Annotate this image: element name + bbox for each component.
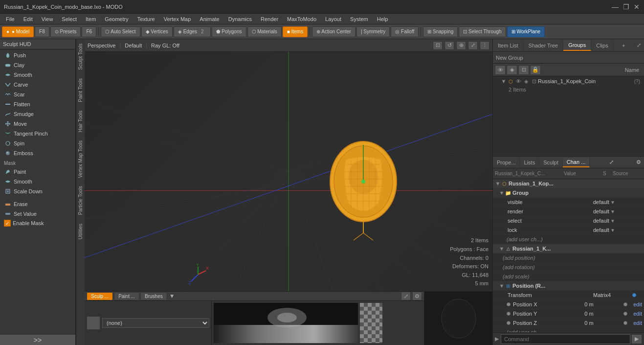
minimize-button[interactable]: — [612, 3, 619, 10]
polygons-button[interactable]: ⬟ Polygons [212, 26, 246, 37]
menu-help[interactable]: Help [373, 15, 392, 23]
enable-mask-row[interactable]: ✓ Enable Mask [0, 219, 75, 228]
tool-smudge[interactable]: Smudge [0, 109, 75, 119]
viewport-zoom-button[interactable]: ⊕ [456, 41, 466, 50]
symmetry-button[interactable]: | Symmetry [356, 26, 390, 37]
right-tb-select-button[interactable]: ⊡ [518, 65, 529, 75]
bottom-expand-button[interactable]: ⤢ [401, 292, 411, 300]
menu-edit[interactable]: Edit [20, 15, 37, 23]
tree-row-main[interactable]: ▼ ⬡ 👁 ◈ ⊡ Russian_1_Kopek_Coin (?) [493, 76, 644, 86]
ptab-expand[interactable]: ⤢ [606, 159, 617, 165]
enable-mask-checkbox[interactable]: ✓ [4, 220, 11, 227]
menu-animate[interactable]: Animate [196, 15, 223, 23]
menu-geometry[interactable]: Geometry [101, 15, 132, 23]
menu-dynamics[interactable]: Dynamics [224, 15, 256, 23]
tree-eye-1[interactable]: 👁 [514, 77, 522, 85]
ptab-lists[interactable]: Lists [520, 158, 540, 167]
prop-select-value[interactable]: default ▼ [593, 218, 632, 224]
right-tb-lock-button[interactable]: 🔒 [530, 65, 541, 75]
vert-tab-vertex-map-tools[interactable]: Vertex Map Tools [76, 136, 85, 182]
prop-select[interactable]: select default ▼ [493, 216, 644, 226]
menu-layout[interactable]: Layout [321, 15, 345, 23]
menu-item[interactable]: Item [82, 15, 100, 23]
menu-view[interactable]: View [38, 15, 57, 23]
tree-select-1[interactable]: ⊡ [530, 77, 538, 85]
ptab-settings[interactable]: ⚙ [633, 159, 644, 165]
prop-position-y[interactable]: Position Y 0 m edit [493, 309, 644, 319]
prop-visible[interactable]: visible default ▼ [493, 198, 644, 207]
maximize-button[interactable]: ❐ [622, 3, 629, 10]
edges-button[interactable]: ◈ Edges 2 [174, 26, 211, 37]
viewport-expand-button[interactable]: ⤢ [468, 41, 478, 50]
prop-lock[interactable]: lock default ▼ [493, 226, 644, 235]
prop-add-user-ch-2[interactable]: (add user ch... [493, 328, 644, 332]
rtab-item-list[interactable]: Item List [493, 41, 524, 50]
menu-maxtomode[interactable]: MaxToModo [283, 15, 320, 23]
sculpt-tab[interactable]: Sculp ... [87, 292, 113, 300]
rtab-groups[interactable]: Groups [563, 40, 591, 51]
command-input[interactable] [501, 334, 630, 344]
viewport-settings-button[interactable]: ⋮ [480, 41, 489, 50]
tool-erase[interactable]: Erase [0, 199, 75, 209]
prop-add-position[interactable]: (add position) [493, 253, 644, 263]
tool-smooth[interactable]: Smooth [0, 70, 75, 80]
menu-select[interactable]: Select [58, 15, 81, 23]
tool-set-value[interactable]: Set Value [0, 209, 75, 219]
prop-render[interactable]: render default ▼ [493, 207, 644, 216]
prop-transform-row-1[interactable]: Transform Matrix4 [493, 291, 644, 300]
tool-flatten[interactable]: Flatten [0, 99, 75, 109]
brushes-dropdown[interactable]: ▼ [169, 293, 175, 299]
prop-render-value[interactable]: default ▼ [593, 208, 632, 214]
preset-dropdown[interactable]: (none) [102, 318, 209, 328]
prop-add-rotation[interactable]: (add rotation) [493, 263, 644, 272]
menu-texture[interactable]: Texture [133, 15, 159, 23]
right-tb-eye-button[interactable]: 👁 [495, 65, 506, 75]
tool-paint-mask[interactable]: Paint [0, 167, 75, 177]
tool-smooth-mask[interactable]: Smooth [0, 177, 75, 186]
select-through-button[interactable]: ⊡ Select Through [459, 26, 506, 37]
right-tb-render-button[interactable]: ◈ [507, 65, 517, 75]
vertices-button[interactable]: ◆ Vertices [141, 26, 173, 37]
tool-emboss[interactable]: Emboss [0, 148, 75, 158]
prop-subsection-position[interactable]: ▼ ⊞ Position (R... [493, 281, 644, 291]
workplane-button[interactable]: ⊞ WorkPlane [507, 26, 545, 37]
tool-carve[interactable]: Carve [0, 80, 75, 90]
close-button[interactable]: ✕ [633, 3, 640, 10]
tool-scar[interactable]: Scar [0, 90, 75, 99]
new-group-button[interactable]: New Group [493, 52, 644, 64]
tool-move[interactable]: Move [0, 119, 75, 129]
prop-group-row[interactable]: ▼ 📁 Group [493, 188, 644, 198]
rtab-fullscreen-button[interactable]: ⤢ [634, 42, 644, 48]
prop-position-x-edit[interactable]: edit [633, 301, 642, 307]
paint-tab[interactable]: Paint ... [114, 292, 139, 300]
rtab-expand-button[interactable]: + [619, 43, 628, 48]
tool-tangent-pinch[interactable]: Tangent Pinch [0, 129, 75, 138]
vert-tab-paint-tools[interactable]: Paint Tools [76, 74, 85, 106]
tool-scale-down[interactable]: Scale Down [0, 186, 75, 196]
expand-button[interactable]: >> [0, 334, 75, 345]
action-center-button[interactable]: ⊕ Action Center [312, 26, 355, 37]
items-button[interactable]: ■ Items [283, 26, 308, 37]
menu-system[interactable]: System [346, 15, 372, 23]
auto-select-button[interactable]: ⬡ Auto Select [101, 26, 140, 37]
prop-position-z[interactable]: Position Z 0 m edit [493, 319, 644, 328]
ptab-channels[interactable]: Chan ... [563, 158, 590, 167]
menu-render[interactable]: Render [257, 15, 282, 23]
model-mode-button[interactable]: ● ● Model [2, 26, 34, 37]
menu-file[interactable]: File [2, 15, 19, 23]
rtab-clips[interactable]: Clips [591, 41, 613, 50]
tree-render-1[interactable]: ◈ [522, 77, 530, 85]
materials-button[interactable]: ⬡ Materials [247, 26, 282, 37]
menu-vertex-map[interactable]: Vertex Map [160, 15, 195, 23]
presets-button[interactable]: ⊙ Presets [50, 26, 81, 37]
prop-section-russian-2[interactable]: ▼ △ Russian_1_K... [493, 244, 644, 253]
prop-add-scale[interactable]: (add scale) [493, 272, 644, 281]
command-run-button[interactable]: ▶ [631, 334, 642, 344]
falloff-button[interactable]: ◎ Falloff [391, 26, 419, 37]
tool-spin[interactable]: Spin [0, 138, 75, 148]
viewport-rotate-button[interactable]: ↺ [444, 41, 454, 50]
tool-clay[interactable]: Clay [0, 60, 75, 70]
ptab-sculpt[interactable]: Sculpt [539, 158, 563, 167]
tool-push[interactable]: Push [0, 50, 75, 60]
vert-tab-hair-tools[interactable]: Hair Tools [76, 106, 85, 136]
